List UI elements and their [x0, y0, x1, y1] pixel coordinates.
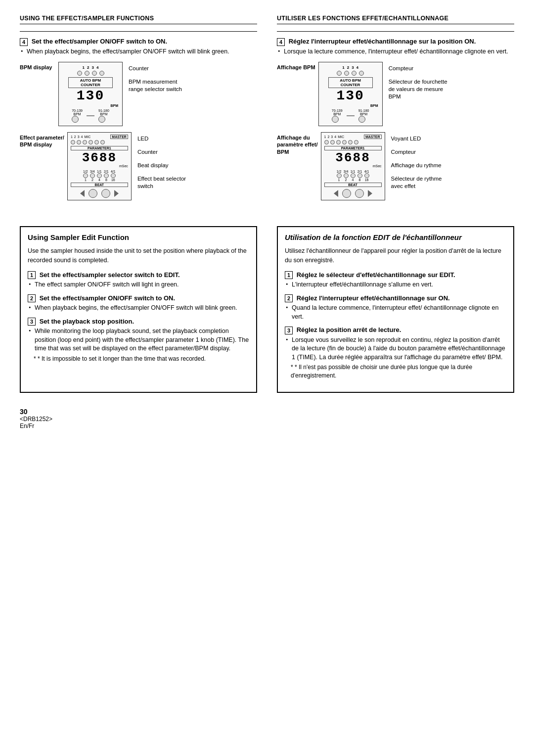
master-label-left: MASTER	[110, 135, 128, 139]
step4-block-right: 4 Réglez l'interrupteur effet/échantillo…	[277, 38, 514, 56]
triangle-right-icon-r	[368, 190, 372, 197]
step2-bullet-right: Quand la lecture commence, l'interrupteu…	[285, 304, 506, 321]
range-dot-2-left	[98, 116, 105, 123]
bottom-right-intro: Utilisez l'échantillonneur de l'appareil…	[285, 246, 506, 265]
effect-device-left: 1 2 3 4 MIC MASTER	[67, 132, 132, 200]
beat-item-4: 2/1 8	[104, 170, 109, 182]
callout-counter2-right: Compteur	[391, 148, 442, 156]
beat-item-5: 4/1 16	[111, 170, 116, 182]
beat-item-4-r: 2/1 8	[357, 170, 362, 182]
param-num-2: 2	[74, 135, 76, 139]
triangle-left-icon-r	[334, 190, 338, 197]
beat-num-1: 1	[83, 65, 85, 70]
triangle-right-icon	[114, 190, 119, 197]
range-label-2-left: 91-180BPM	[98, 109, 109, 116]
range-line	[87, 115, 94, 116]
effect-diagram-left: Effect parameter/ BPM display 1 2 3 4 MI…	[20, 132, 257, 200]
bottom-right-box: Utilisation de la fonction EDIT de l'éch…	[277, 226, 514, 393]
param-dot-5	[94, 140, 99, 144]
callout-effect-beat-left: Effect beat selector switch	[137, 175, 186, 190]
bpm-unit-right: BPM	[323, 104, 378, 107]
effect-device-right: 1 2 3 4 MIC MASTER	[321, 132, 385, 200]
param-num-1-r: 1	[324, 135, 326, 139]
param-dot-3-r	[336, 140, 341, 144]
step4-block-left: 4 Set the effect/sampler ON/OFF switch t…	[20, 38, 257, 56]
step3-note-left: * It is impossible to set it longer than…	[28, 355, 249, 363]
callout-bpm-range-left: BPM measurement range selector switch	[129, 78, 182, 93]
step1-bullet-right: L'interrupteur effet/échantillonnage s'a…	[285, 281, 506, 289]
step4-bullet-left: When playback begins, the effect/sampler…	[20, 47, 257, 56]
bpm-unit-left: BPM	[63, 104, 118, 107]
bottom-left-title: Using Sampler Edit Function	[28, 233, 249, 241]
section-title-right: UTILISER LES FONCTIONS EFFET/ECHANTILLON…	[277, 15, 514, 24]
param-mic: MIC	[85, 135, 91, 139]
step2-text-right: Réglez l'interrupteur effet/échantillonn…	[297, 294, 450, 302]
model-number: <DRB1252>	[20, 416, 514, 423]
param-num-3: 3	[78, 135, 80, 139]
param-dot-2	[77, 140, 81, 144]
bpm-device-right: 1 2 3 4 AUTO BPM COUNTER 130 BPM	[318, 62, 383, 126]
beat-dot-2-r	[344, 71, 349, 76]
effect-param-label-right: Affichage du paramètre effet/ BPM	[277, 132, 318, 155]
step1-num-left: 1	[28, 271, 36, 279]
param-num-4-r: 4	[334, 135, 336, 139]
step1-heading-right: 1 Réglez le sélecteur d'effet/échantillo…	[285, 271, 506, 280]
effect-callouts-left: LED Counter Beat display Effect beat sel…	[134, 132, 186, 190]
param-dot-4-r	[342, 140, 347, 144]
callout-beat-right: Affichage du rythme	[391, 162, 442, 169]
step4-bullet-right: Lorsque la lecture commence, l'interrupt…	[277, 47, 514, 56]
callout-counter-left: Counter	[129, 65, 182, 72]
beat-dot-3-r	[352, 71, 356, 76]
step2-block-right: 2 Réglez l'interrupteur effet/échantillo…	[285, 294, 506, 322]
range-label-2-right: 91-180BPM	[358, 109, 369, 116]
beat-dot-3	[92, 71, 97, 76]
triangle-left-icon	[80, 190, 85, 197]
bottom-left-section: Using Sampler Edit Function Use the samp…	[20, 226, 257, 393]
step3-block-left: 3 Set the playback stop position. While …	[28, 318, 249, 363]
range-dot-1-right	[332, 116, 339, 123]
step2-num-right: 2	[285, 294, 293, 302]
param-dot-2-r	[330, 140, 335, 144]
top-right-section: UTILISER LES FONCTIONS EFFET/ECHANTILLON…	[277, 15, 514, 206]
beat-num-3-r: 3	[352, 65, 354, 70]
beat-item-2: 3/4 2	[90, 170, 95, 182]
bottom-right-section: Utilisation de la fonction EDIT de l'éch…	[277, 226, 514, 393]
callout-bpm-range-right: Sélecteur de fourchette de valeurs de me…	[389, 78, 447, 100]
beat-item-5-r: 4/1 16	[364, 170, 369, 182]
step1-block-left: 1 Set the effect/sampler selector switch…	[28, 271, 249, 289]
step2-bullet-left: When playback begins, the effect/sampler…	[28, 304, 249, 313]
step3-bullet1-left: While monitoring the loop playback sound…	[28, 327, 249, 353]
beat-num-2: 2	[87, 65, 89, 70]
beat-num-3: 3	[92, 65, 94, 70]
beat-num-4: 4	[96, 65, 98, 70]
step3-heading-left: 3 Set the playback stop position.	[28, 318, 249, 326]
parameter1-label-right: PARAMETER1	[324, 146, 382, 150]
step4-num-left: 4	[20, 38, 28, 46]
param-dot-5-r	[348, 140, 353, 144]
circle-btn-left-r	[342, 189, 351, 198]
auto-bpm-counter-label-right: AUTO BPM COUNTER	[328, 77, 373, 88]
param-mic-r: MIC	[338, 135, 344, 139]
language-code: En/Fr	[20, 423, 514, 429]
step3-note-right: * Il n'est pas possible de choisir une d…	[285, 363, 506, 380]
step4-heading-left: 4 Set the effect/sampler ON/OFF switch t…	[20, 38, 257, 46]
step1-bullet-left: The effect sampler ON/OFF switch will li…	[28, 281, 249, 289]
param-display-left: 3688	[71, 151, 128, 164]
step4-text-left: Set the effect/sampler ON/OFF switch to …	[32, 38, 168, 45]
parameter1-label-left: PARAMETER1	[71, 146, 128, 150]
circle-btn-right-r	[355, 189, 364, 198]
beat-dot-1-r	[337, 71, 342, 76]
range-dot-2-right	[358, 116, 365, 123]
step2-num-left: 2	[28, 294, 36, 302]
bpm-device-left: 1 2 3 4 AUTO BPM COUNTER 130 BPM	[58, 62, 123, 126]
step4-num-right: 4	[277, 38, 285, 46]
step2-heading-left: 2 Set the effect/sampler ON/OFF switch t…	[28, 294, 249, 303]
step3-block-right: 3 Réglez la position arrêt de lecture. L…	[285, 326, 506, 380]
step3-num-left: 3	[28, 318, 36, 326]
range-dot-1-left	[72, 116, 79, 123]
effect-callouts-right: Voyant LED Compteur Affichage du rythme …	[388, 132, 442, 190]
step2-text-left: Set the effect/sampler ON/OFF switch to …	[40, 294, 176, 302]
circle-btn-right	[101, 189, 110, 198]
beat-dot-4	[99, 71, 104, 76]
bpm-callouts-right: Compteur Sélecteur de fourchette de vale…	[386, 62, 447, 100]
